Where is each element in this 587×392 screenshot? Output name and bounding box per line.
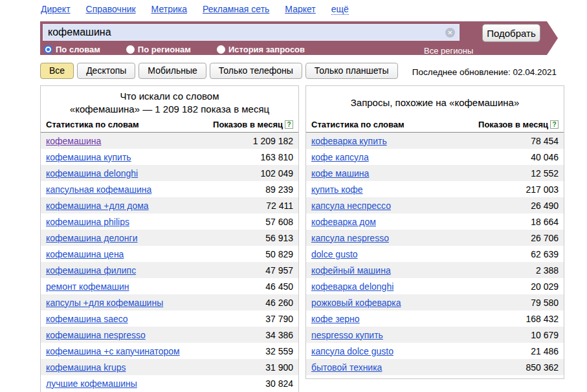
- keyword-link[interactable]: кофе машина: [311, 168, 369, 179]
- table-row: кофе машина 12 552: [306, 165, 564, 181]
- search-bar: ✕ Подобрать По словам По регионам Истори…: [40, 21, 547, 55]
- impressions-value: 47 957: [265, 265, 293, 276]
- mode-label: По словам: [56, 45, 100, 54]
- nav-link-market[interactable]: Маркет: [285, 4, 315, 14]
- keyword-link[interactable]: ремонт кофемашин: [46, 281, 129, 292]
- mode-by-words[interactable]: По словам: [44, 45, 100, 54]
- keyword-link[interactable]: кофе зерно: [311, 314, 360, 324]
- impressions-value: 50 829: [265, 249, 293, 259]
- nav-link-direct[interactable]: Директ: [41, 4, 71, 14]
- radio-icon[interactable]: [217, 45, 225, 54]
- clear-icon[interactable]: ✕: [445, 28, 455, 38]
- impressions-value: 32 559: [265, 346, 293, 356]
- table-title-line1: Что искали со словом: [41, 90, 298, 103]
- keyword-link[interactable]: лучшие кофемашины: [46, 378, 137, 389]
- table-row: капсульная кофемашина 89 239: [41, 181, 298, 197]
- keyword-link[interactable]: капсула nespresso: [311, 233, 389, 243]
- table-row: кофе зерно 168 432: [306, 310, 564, 327]
- impressions-value: 102 049: [260, 168, 293, 179]
- nav-link-metrika[interactable]: Метрика: [151, 4, 187, 14]
- keyword-link[interactable]: капсульная кофемашина: [46, 184, 151, 195]
- help-icon[interactable]: ?: [285, 120, 293, 129]
- impressions-value: 163 810: [260, 152, 293, 162]
- nav-link-reklamnaya-set[interactable]: Рекламная сеть: [203, 4, 269, 14]
- keyword-link[interactable]: бытовой техника: [311, 362, 382, 373]
- keyword-link[interactable]: кофеварка купить: [311, 136, 387, 146]
- tab-all[interactable]: Все: [40, 63, 74, 79]
- impressions-value: 18 664: [531, 217, 559, 227]
- table-row: кофемашина делонги 56 913: [41, 230, 298, 246]
- keyword-link[interactable]: кофемашина krups: [46, 362, 126, 373]
- keyword-link[interactable]: кофемашина цена: [46, 249, 124, 259]
- table-row: кофе капсула 40 046: [306, 149, 564, 165]
- nav-link-spravochnik[interactable]: Справочник: [86, 4, 136, 14]
- tab-desktops[interactable]: Десктопы: [77, 63, 135, 79]
- keyword-link[interactable]: кофемашина делонги: [46, 233, 138, 243]
- table-row: капсула неспрессо 26 490: [306, 197, 564, 213]
- impressions-value: 2 388: [536, 265, 559, 276]
- nav-more-dropdown[interactable]: ещё: [331, 4, 349, 15]
- keyword-link[interactable]: кофемашина: [46, 136, 101, 146]
- keyword-link[interactable]: dolce gusto: [311, 249, 358, 259]
- last-update-text: Последнее обновление: 02.04.2021: [412, 67, 557, 77]
- submit-button[interactable]: Подобрать: [482, 24, 540, 42]
- keyword-link[interactable]: купить кофе: [311, 184, 363, 195]
- search-input-wrap: ✕: [43, 24, 460, 41]
- keyword-link[interactable]: кофемашина saeco: [46, 314, 128, 324]
- impressions-value: 34 386: [265, 330, 293, 340]
- keyword-link[interactable]: капсула dolce gusto: [311, 346, 393, 356]
- radio-selected-icon[interactable]: [44, 45, 52, 54]
- all-regions-link[interactable]: Все регионы: [424, 46, 473, 56]
- keyword-link[interactable]: кофемашина +с капучинатором: [46, 346, 180, 356]
- impressions-value: 20 029: [531, 281, 559, 292]
- mode-label: История запросов: [228, 45, 305, 54]
- search-input[interactable]: [43, 25, 459, 40]
- table-row: кофемашина +с капучинатором 32 559: [41, 343, 298, 359]
- impressions-value: 217 003: [526, 184, 559, 195]
- keyword-link[interactable]: nespresso купить: [311, 330, 383, 340]
- keyword-link[interactable]: кофеварка delonghi: [311, 281, 393, 292]
- table-row: ремонт кофемашин 46 450: [41, 278, 298, 294]
- table-row: кофемашина +для дома 72 411: [41, 197, 298, 213]
- tab-tablets-only[interactable]: Только планшеты: [305, 63, 398, 79]
- impressions-value: 72 411: [266, 201, 293, 211]
- impressions-value: 40 046: [531, 152, 559, 162]
- table-row: кофемашина цена 50 829: [41, 246, 298, 262]
- mode-history[interactable]: История запросов: [217, 45, 305, 54]
- table-header: Статистика по словам Показов в месяц ?: [41, 120, 298, 133]
- keyword-link[interactable]: кофе капсула: [311, 152, 369, 162]
- table-row: dolce gusto 62 639: [306, 246, 564, 262]
- keyword-link[interactable]: кофейный машина: [311, 265, 391, 276]
- impressions-value: 168 432: [526, 314, 559, 324]
- keyword-link[interactable]: капсула неспрессо: [311, 201, 391, 211]
- keyword-link[interactable]: кофеварка дом: [311, 217, 376, 227]
- keyword-link[interactable]: кофемашина филипс: [46, 265, 136, 276]
- keyword-link[interactable]: капсулы +для кофемашины: [46, 298, 163, 308]
- impressions-value: 62 639: [531, 249, 559, 259]
- tab-phones-only[interactable]: Только телефоны: [210, 63, 302, 79]
- table-row: капсула nespresso 26 706: [306, 230, 564, 246]
- keyword-link[interactable]: рожковый кофеварка: [311, 298, 401, 308]
- top-nav: ДиректСправочникМетрикаРекламная сетьМар…: [41, 4, 349, 14]
- mode-by-regions[interactable]: По регионам: [126, 45, 191, 54]
- radio-icon[interactable]: [126, 45, 135, 54]
- impressions-value: 850 362: [526, 362, 559, 373]
- impressions-value: 31 900: [265, 362, 293, 373]
- col-keyword-header: Статистика по словам: [46, 120, 139, 129]
- table-row: кофеварка купить 78 454: [306, 133, 564, 149]
- impressions-value: 79 580: [531, 298, 559, 308]
- keyword-link[interactable]: кофемашина купить: [46, 152, 131, 162]
- impressions-value: 30 824: [265, 378, 293, 389]
- col-keyword-header: Статистика по словам: [311, 120, 404, 129]
- impressions-value: 37 790: [265, 314, 293, 324]
- table-body: кофеварка купить 78 454 кофе капсула 40 …: [306, 133, 564, 375]
- impressions-value: 12 552: [531, 168, 559, 179]
- impressions-value: 1 209 182: [253, 136, 293, 146]
- keyword-link[interactable]: кофемашина delonghi: [46, 168, 138, 179]
- help-icon[interactable]: ?: [550, 120, 559, 129]
- keyword-link[interactable]: кофемашина philips: [46, 217, 129, 227]
- tab-mobile[interactable]: Мобильные: [138, 63, 206, 79]
- keyword-link[interactable]: кофемашина +для дома: [46, 201, 149, 211]
- keyword-link[interactable]: кофемашина nespresso: [46, 330, 146, 340]
- table-row: кофеварка delonghi 20 029: [306, 278, 564, 294]
